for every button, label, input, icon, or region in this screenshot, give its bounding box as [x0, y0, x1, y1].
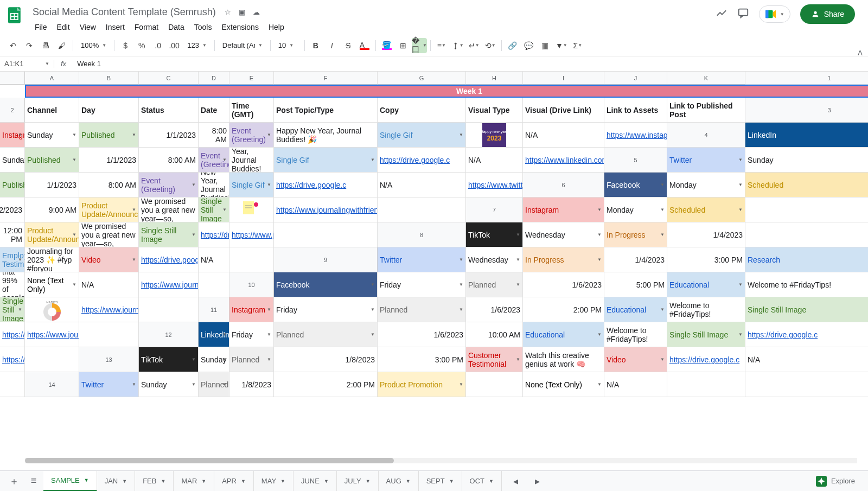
- cell-topic[interactable]: Product Promotion▼: [378, 372, 466, 397]
- add-sheet-button[interactable]: ＋: [4, 471, 24, 491]
- col-header-I[interactable]: I: [523, 72, 604, 85]
- cell-date[interactable]: 1/6/2023: [466, 297, 523, 322]
- collapse-toolbar-icon[interactable]: ᐱ: [858, 49, 863, 57]
- cell-copy[interactable]: Welcome to #FridayTips!: [667, 297, 745, 322]
- move-icon[interactable]: ▣: [239, 8, 245, 16]
- dropdown-icon[interactable]: ▼: [72, 232, 76, 237]
- row-header[interactable]: 6: [523, 173, 604, 197]
- cell-status[interactable]: In Progress▼: [604, 222, 667, 247]
- dropdown-icon[interactable]: ▼: [516, 257, 520, 262]
- cell-visual-link[interactable]: https://drive.google.c: [667, 347, 745, 372]
- row-header[interactable]: 8: [378, 222, 466, 247]
- cell-visual-type[interactable]: Single Gif▼: [378, 123, 466, 148]
- cell-assets[interactable]: https://www.journalingwithfrien: [229, 222, 274, 247]
- cell-visual-type[interactable]: Single Still Image▼: [199, 197, 229, 222]
- cell-published[interactable]: [139, 297, 199, 322]
- cell-assets[interactable]: https://www.journalingwithfrien: [0, 347, 25, 372]
- dropdown-icon[interactable]: ▼: [738, 207, 743, 212]
- text-color-button[interactable]: A: [357, 38, 372, 53]
- dropdown-icon[interactable]: ▼: [738, 282, 743, 287]
- cell-copy[interactable]: Happy New Year, Journal Buddies! 🎉: [199, 173, 229, 197]
- cell-published[interactable]: [745, 372, 868, 397]
- row-header[interactable]: 14: [25, 372, 79, 397]
- dropdown-icon[interactable]: ▼: [267, 357, 271, 362]
- merge-cells-button[interactable]: �囗▼: [412, 38, 427, 53]
- dropdown-icon[interactable]: ▼: [597, 232, 602, 237]
- cell-time[interactable]: 12:00 PM: [0, 222, 25, 247]
- menu-extensions[interactable]: Extensions: [217, 21, 263, 34]
- v-align-button[interactable]: ⭥▼: [450, 38, 465, 53]
- cell-day[interactable]: Sunday▼: [139, 372, 199, 397]
- dropdown-icon[interactable]: ▼: [371, 157, 375, 162]
- cell-time[interactable]: 12:00 PM: [745, 222, 868, 247]
- dropdown-icon[interactable]: ▼: [267, 332, 271, 337]
- dropdown-icon[interactable]: ▼: [18, 132, 22, 137]
- meet-button[interactable]: ▼: [759, 5, 790, 23]
- cell-published[interactable]: https://www.linkedin.com/linkto: [523, 148, 604, 173]
- dropdown-icon[interactable]: ▼: [459, 257, 463, 262]
- cell-copy[interactable]: [466, 372, 523, 397]
- dropdown-icon[interactable]: ▼: [192, 382, 196, 387]
- cell-topic[interactable]: Research▼: [745, 247, 868, 272]
- cell-topic[interactable]: Product Update/Announcement▼: [79, 197, 139, 222]
- cell-status[interactable]: Planned▼: [229, 347, 274, 372]
- cell-day[interactable]: Friday▼: [378, 272, 466, 297]
- number-format-select[interactable]: 123▼: [183, 38, 211, 53]
- tab-scroll-right[interactable]: ▸: [528, 471, 547, 491]
- cell-visual-link[interactable]: https://drive.google.c: [0, 322, 25, 347]
- sheet-tab-sample[interactable]: SAMPLE▼: [43, 471, 97, 492]
- row-header[interactable]: 12: [139, 322, 199, 347]
- font-size-select[interactable]: 10▼: [274, 38, 301, 53]
- cell-date[interactable]: 1/2/2023: [745, 197, 868, 222]
- dropdown-icon[interactable]: ▼: [267, 307, 271, 312]
- cell-published[interactable]: [79, 322, 139, 347]
- dropdown-icon[interactable]: ▼: [132, 132, 136, 137]
- cell-topic[interactable]: Event (Greeting)▼: [139, 173, 199, 197]
- dropdown-icon[interactable]: ▼: [660, 232, 665, 237]
- cell-assets[interactable]: https://www.journalingwithfrien: [139, 272, 199, 297]
- cell-day[interactable]: Sunday▼: [745, 148, 868, 173]
- cell-day[interactable]: Monday▼: [604, 197, 667, 222]
- dropdown-icon[interactable]: ▼: [222, 332, 227, 337]
- cell-channel[interactable]: TikTok▼: [466, 222, 523, 247]
- menu-view[interactable]: View: [75, 21, 100, 34]
- cell-assets[interactable]: https://www.journalingwithfrien: [274, 197, 378, 222]
- row-header[interactable]: 5: [604, 148, 667, 173]
- cell-visual-link[interactable]: Happy new year2023: [466, 123, 523, 148]
- cell-published[interactable]: [378, 197, 466, 222]
- sheet-tab-apr[interactable]: APR▼: [214, 471, 254, 492]
- cell-topic[interactable]: Product Update/Announcement▼: [25, 222, 79, 247]
- dropdown-icon[interactable]: ▼: [371, 332, 375, 337]
- print-button[interactable]: 🖶: [38, 38, 53, 53]
- cell-day[interactable]: Friday▼: [274, 297, 378, 322]
- history-icon[interactable]: [716, 7, 727, 22]
- cell-time[interactable]: 2:00 PM: [523, 297, 604, 322]
- cell-time[interactable]: 3:00 PM: [667, 247, 745, 272]
- comments-icon[interactable]: [737, 7, 749, 22]
- rotate-button[interactable]: ⟲▼: [483, 38, 498, 53]
- italic-button[interactable]: I: [324, 38, 340, 53]
- cell-channel[interactable]: Instagram▼: [0, 123, 25, 148]
- wrap-button[interactable]: ↵▼: [467, 38, 482, 53]
- dropdown-icon[interactable]: ▼: [132, 207, 136, 212]
- cell-published[interactable]: [274, 222, 378, 247]
- cell-time[interactable]: 8:00 AM: [79, 173, 139, 197]
- h-align-button[interactable]: ≡▼: [434, 38, 449, 53]
- chart-button[interactable]: ▥: [538, 38, 553, 53]
- cell-status[interactable]: Planned▼: [378, 297, 466, 322]
- dropdown-icon[interactable]: ▼: [18, 157, 22, 162]
- cell-copy[interactable]: Happy New Year, Journal Buddies! 🎉: [274, 123, 378, 148]
- fill-color-button[interactable]: 🪣: [379, 38, 394, 53]
- percent-button[interactable]: %: [134, 38, 149, 53]
- explore-button[interactable]: Explore: [807, 476, 864, 487]
- cell-published[interactable]: [25, 347, 79, 372]
- cell-channel[interactable]: Twitter▼: [667, 148, 745, 173]
- share-button[interactable]: Share: [800, 4, 855, 24]
- row-header[interactable]: 2: [0, 98, 25, 123]
- cell-day[interactable]: Wednesday▼: [523, 222, 604, 247]
- sheet-tab-mar[interactable]: MAR▼: [174, 471, 214, 492]
- link-button[interactable]: 🔗: [505, 38, 520, 53]
- cell-visual-link[interactable]: https://drive.google.c: [274, 173, 378, 197]
- decrease-decimal-button[interactable]: .0: [150, 38, 165, 53]
- cell-assets[interactable]: https://www.journalingwithfriends.com/bl…: [79, 297, 139, 322]
